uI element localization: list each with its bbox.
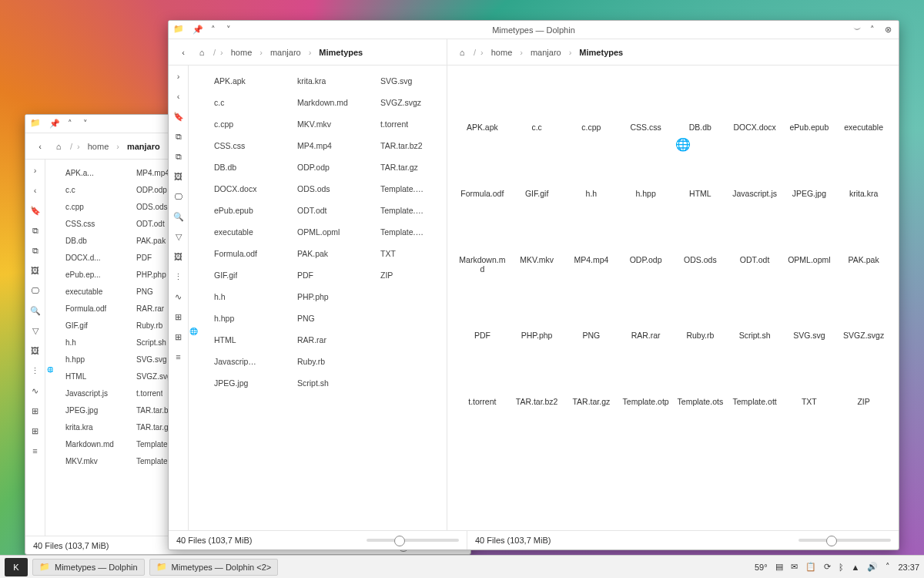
- file-item[interactable]: ▲PNG: [566, 286, 618, 340]
- sidebar-icon[interactable]: ⊞: [29, 405, 42, 417]
- file-item[interactable]: ⬡APK.a...: [49, 164, 119, 181]
- file-item[interactable]: ⁞RAR.rar: [620, 286, 671, 340]
- titlebar[interactable]: 📁 📌 ˄ ˅ Mimetypes — Dolphin ︶ ˄ ⊗: [169, 21, 899, 39]
- bluetooth-icon[interactable]: ᛒ: [839, 563, 844, 572]
- file-item[interactable]: ++c.cpp: [192, 113, 275, 135]
- file-item[interactable]: ≣DB.db: [192, 156, 275, 178]
- sidebar-icon[interactable]: ⊞: [172, 311, 185, 323]
- file-item[interactable]: ◇SVG.svg: [358, 70, 441, 92]
- file-item[interactable]: ▲GIF.gif: [49, 317, 119, 334]
- file-item[interactable]: ◆ePub.epub: [192, 200, 275, 221]
- file-item[interactable]: { }CSS.css: [192, 135, 275, 156]
- file-item[interactable]: ≡ODT.odt: [729, 210, 781, 274]
- file-item[interactable]: ++h.hpp: [192, 307, 275, 329]
- file-item[interactable]: ≡TXT: [784, 352, 835, 406]
- crumb[interactable]: manjaro: [526, 45, 566, 59]
- file-item[interactable]: ▲JPEG.jpg: [192, 372, 275, 394]
- file-item[interactable]: 🌐HTML: [192, 329, 275, 351]
- file-item[interactable]: M↓Markdown.md: [275, 92, 358, 113]
- up-icon[interactable]: ˄: [64, 118, 76, 130]
- file-item[interactable]: ≡ODT.odt: [275, 200, 358, 221]
- sidebar-icon[interactable]: ⋮: [29, 365, 42, 377]
- clock[interactable]: 23:37: [898, 563, 919, 572]
- file-item[interactable]: ⋰OPML.opml: [275, 221, 358, 243]
- file-item[interactable]: ⁞TAR.tar.gz: [566, 352, 618, 406]
- file-item[interactable]: ⁞TAR.tar.bz2: [511, 352, 563, 406]
- file-item[interactable]: { }Javascript.js: [729, 144, 781, 198]
- close-button[interactable]: ⊗: [882, 24, 894, 36]
- file-item[interactable]: ++h.hpp: [49, 351, 119, 368]
- sidebar-icon[interactable]: ⊞: [172, 331, 185, 343]
- file-item[interactable]: ⬡APK.apk: [192, 70, 275, 92]
- home-icon[interactable]: ⌂: [455, 45, 469, 59]
- tray-icon[interactable]: ▤: [775, 562, 783, 572]
- file-item[interactable]: PHP.php: [511, 286, 563, 340]
- crumb[interactable]: Mimetypes: [574, 45, 628, 59]
- back-button[interactable]: ‹: [33, 139, 47, 153]
- file-item[interactable]: ≡TXT: [358, 243, 441, 264]
- file-item[interactable]: ▲JPEG.jpg: [784, 144, 835, 198]
- file-item[interactable]: ▶MP4.mp4: [275, 135, 358, 156]
- file-list-medium[interactable]: ⬡APK.apkCc.c++c.cpp{ }CSS.css≣DB.db≡DOCX…: [189, 66, 447, 530]
- sidebar-icon[interactable]: 🔍: [172, 210, 185, 223]
- sidebar-icon[interactable]: ≡: [172, 351, 185, 363]
- file-item[interactable]: ▦ODS.ods: [675, 210, 726, 274]
- file-item[interactable]: ▶MKV.mkv: [49, 452, 119, 469]
- file-item[interactable]: ≣DB.db: [49, 232, 119, 249]
- file-item[interactable]: ◆ePub.ep...: [49, 266, 119, 283]
- file-item[interactable]: APDF: [275, 264, 358, 286]
- sidebar-icon[interactable]: ⋮: [172, 271, 185, 283]
- file-item[interactable]: Cc.c: [49, 181, 119, 198]
- clipboard-icon[interactable]: 📋: [805, 562, 816, 572]
- updates-icon[interactable]: ⟳: [824, 562, 831, 572]
- taskbar-entry[interactable]: 📁 Mimetypes — Dolphin <2>: [149, 559, 279, 576]
- sidebar-icon[interactable]: ▽: [172, 230, 185, 243]
- file-item[interactable]: ▸executable: [192, 221, 275, 243]
- file-item[interactable]: ▶MKV.mkv: [275, 113, 358, 135]
- file-item[interactable]: ◆Ruby.rb: [275, 351, 358, 372]
- file-item[interactable]: ▶MP4.mp4: [566, 210, 618, 274]
- file-item[interactable]: ≣DB.db: [675, 78, 726, 132]
- network-icon[interactable]: ▲: [852, 563, 860, 572]
- sidebar-icon[interactable]: 🖼: [172, 170, 185, 183]
- file-item[interactable]: ◇SVGZ.svgz: [358, 92, 441, 113]
- file-item[interactable]: >_Script.sh: [275, 372, 358, 394]
- sidebar-icon[interactable]: 🔍: [29, 304, 42, 317]
- sidebar-icon[interactable]: 🔖: [29, 204, 42, 217]
- file-item[interactable]: Cc.c: [192, 92, 275, 113]
- chevron-up-icon[interactable]: ˄: [886, 562, 890, 572]
- file-item[interactable]: M↓Markdown.md: [457, 210, 508, 274]
- volume-icon[interactable]: 🔊: [867, 562, 878, 572]
- up-icon[interactable]: ˄: [207, 24, 219, 36]
- file-item[interactable]: ++c.cpp: [49, 198, 119, 215]
- file-item[interactable]: √xFormula.odf: [49, 300, 119, 317]
- file-item[interactable]: ≡DOCX.docx: [192, 178, 275, 200]
- back-button[interactable]: ‹: [176, 45, 190, 59]
- pin-icon[interactable]: 📌: [49, 118, 61, 130]
- file-item[interactable]: ≡DOCX.docx: [729, 78, 781, 132]
- minimize-button[interactable]: ︶: [851, 24, 863, 36]
- crumb[interactable]: home: [487, 45, 517, 59]
- file-item[interactable]: ▲GIF.gif: [511, 144, 563, 198]
- file-item[interactable]: √xFormula.odf: [457, 144, 508, 198]
- file-item[interactable]: ●t.torrent: [457, 352, 508, 406]
- file-item[interactable]: ▲JPEG.jpg: [49, 402, 119, 418]
- sidebar-icon[interactable]: 🖵: [29, 284, 42, 297]
- file-item[interactable]: ▶MKV.mkv: [511, 210, 563, 274]
- file-item[interactable]: { }Javascrip…: [192, 351, 275, 372]
- sidebar-icon[interactable]: ∿: [29, 385, 42, 397]
- places-sidebar[interactable]: ›‹🔖⧉⧉🖼🖵🔍▽🖼⋮∿⊞⊞≡: [25, 160, 45, 536]
- sidebar-icon[interactable]: 🖼: [29, 344, 42, 357]
- file-item[interactable]: ⋰OPML.opml: [784, 210, 835, 274]
- file-item[interactable]: ▭ODP.odp: [275, 156, 358, 178]
- breadcrumb-left[interactable]: ‹ ⌂ /› home› manjaro› Mimetypes: [169, 39, 447, 66]
- sidebar-icon[interactable]: ›: [172, 70, 185, 82]
- file-item[interactable]: ⁞RAR.rar: [275, 329, 358, 351]
- file-item[interactable]: ✎krita.kra: [838, 144, 889, 198]
- file-item[interactable]: ●t.torrent: [358, 113, 441, 135]
- file-item[interactable]: { }CSS.css: [49, 215, 119, 232]
- sidebar-icon[interactable]: 🖼: [29, 264, 42, 277]
- sidebar-icon[interactable]: ⧉: [172, 150, 185, 163]
- sidebar-icon[interactable]: 🖵: [172, 190, 185, 203]
- file-item[interactable]: ▲GIF.gif: [192, 264, 275, 286]
